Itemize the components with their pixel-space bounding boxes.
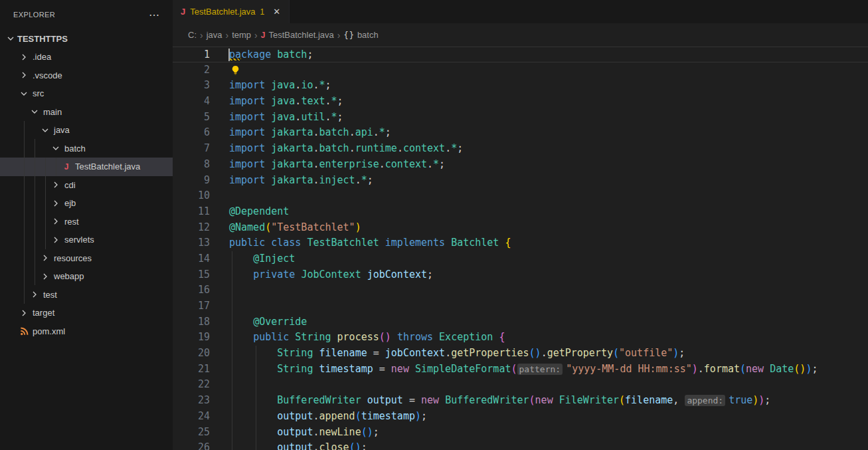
chevron-down-icon bbox=[29, 106, 40, 117]
line-number[interactable]: 19 bbox=[173, 330, 229, 346]
code-token: Batchlet bbox=[451, 237, 499, 249]
breadcrumb-item-testbatchlet-java[interactable]: JTestBatchlet.java bbox=[261, 30, 334, 40]
code-token: throws bbox=[397, 331, 433, 343]
line-number[interactable]: 4 bbox=[173, 94, 229, 110]
code-token: * bbox=[331, 95, 337, 107]
tree-folder--vscode[interactable]: .vscode bbox=[0, 66, 173, 85]
line-number[interactable]: 18 bbox=[173, 314, 229, 330]
tree-folder-main[interactable]: main bbox=[0, 103, 173, 122]
code-token: batch bbox=[277, 49, 307, 60]
breadcrumb-item-temp[interactable]: temp bbox=[232, 30, 251, 40]
code-line[interactable]: 1package batch; bbox=[173, 47, 868, 62]
code-line[interactable]: 11@Dependent bbox=[173, 204, 868, 220]
line-number[interactable]: 26 bbox=[173, 440, 229, 450]
code-line[interactable]: 3import java.io.*; bbox=[173, 78, 868, 94]
code-line[interactable]: 6import jakarta.batch.api.*; bbox=[173, 125, 868, 141]
tree-folder-servlets[interactable]: servlets bbox=[0, 231, 173, 249]
code-line[interactable]: 2 bbox=[173, 62, 868, 78]
line-number[interactable]: 1 bbox=[173, 47, 229, 62]
tree-folder-rest[interactable]: rest bbox=[0, 213, 173, 231]
tree-folder-target[interactable]: target bbox=[0, 304, 173, 322]
line-number[interactable]: 7 bbox=[173, 141, 229, 157]
tree-folder-test[interactable]: test bbox=[0, 286, 173, 304]
code-line[interactable]: 20 String filename = jobContext.getPrope… bbox=[173, 346, 868, 362]
line-content: @Inject bbox=[229, 251, 868, 267]
line-number[interactable]: 20 bbox=[173, 346, 229, 362]
line-number[interactable]: 23 bbox=[173, 393, 229, 409]
code-token bbox=[229, 441, 277, 450]
code-token: . bbox=[698, 363, 704, 375]
code-token: () bbox=[379, 331, 391, 343]
chevron-down-icon bbox=[50, 143, 61, 154]
code-line[interactable]: 9import jakarta.inject.*; bbox=[173, 173, 868, 189]
code-token: jobContext bbox=[385, 347, 445, 359]
code-line[interactable]: 19 public String process() throws Except… bbox=[173, 330, 868, 346]
xml-file-icon bbox=[19, 326, 29, 336]
code-line[interactable]: 23 BufferedWriter output = new BufferedW… bbox=[173, 393, 868, 409]
code-token: jobContext bbox=[367, 269, 427, 281]
code-line[interactable]: 25 output.newLine(); bbox=[173, 425, 868, 441]
code-line[interactable]: 15 private JobContext jobContext; bbox=[173, 267, 868, 283]
line-number[interactable]: 24 bbox=[173, 409, 229, 425]
code-line[interactable]: 18 @Override bbox=[173, 314, 868, 330]
code-line[interactable]: 12@Named("TestBatchlet") bbox=[173, 220, 868, 236]
tree-file-testbatchlet-java[interactable]: JTestBatchlet.java bbox=[0, 158, 173, 176]
code-token: close bbox=[319, 441, 349, 450]
code-line[interactable]: 5import java.util.*; bbox=[173, 110, 868, 126]
line-number[interactable]: 9 bbox=[173, 173, 229, 189]
code-line[interactable]: 24 output.append(timestamp); bbox=[173, 409, 868, 425]
tree-folder-ejb[interactable]: ejb bbox=[0, 194, 173, 213]
line-content: import jakarta.enterprise.context.*; bbox=[229, 157, 868, 173]
line-number[interactable]: 12 bbox=[173, 220, 229, 236]
tab-testbatchlet[interactable]: J TestBatchlet.java 1 ✕ bbox=[173, 0, 290, 23]
code-line[interactable]: 21 String timestamp = new SimpleDateForm… bbox=[173, 362, 868, 378]
tree-folder-cdi[interactable]: cdi bbox=[0, 176, 173, 195]
code-line[interactable]: 26 output.close(); bbox=[173, 440, 868, 450]
line-number[interactable]: 2 bbox=[173, 62, 229, 78]
line-number[interactable]: 22 bbox=[173, 377, 229, 393]
line-number[interactable]: 16 bbox=[173, 282, 229, 298]
line-number[interactable]: 5 bbox=[173, 110, 229, 126]
breadcrumb-item-batch[interactable]: {}batch bbox=[343, 30, 378, 40]
tree-folder-batch[interactable]: batch bbox=[0, 140, 173, 158]
tree-file-pom-xml[interactable]: pom.xml bbox=[0, 322, 173, 341]
code-token: import bbox=[229, 111, 265, 123]
breadcrumb-item-java[interactable]: java bbox=[207, 30, 222, 40]
close-icon[interactable]: ✕ bbox=[271, 6, 282, 17]
code-line[interactable]: 13public class TestBatchlet implements B… bbox=[173, 235, 868, 251]
tree-folder--idea[interactable]: .idea bbox=[0, 48, 173, 66]
tree-folder-webapp[interactable]: webapp bbox=[0, 267, 173, 286]
line-number[interactable]: 25 bbox=[173, 425, 229, 441]
line-number[interactable]: 3 bbox=[173, 78, 229, 94]
line-content: output.append(timestamp); bbox=[229, 409, 868, 425]
indent-guide bbox=[256, 362, 256, 378]
tree-folder-src[interactable]: src bbox=[0, 84, 173, 103]
line-number[interactable]: 21 bbox=[173, 362, 229, 378]
breadcrumb-item-c-[interactable]: C: bbox=[188, 30, 197, 40]
line-number[interactable]: 14 bbox=[173, 251, 229, 267]
tree-folder-java[interactable]: java bbox=[0, 121, 173, 140]
tree-item-label: ejb bbox=[64, 198, 76, 208]
line-number[interactable]: 10 bbox=[173, 188, 229, 204]
code-line[interactable]: 7import jakarta.batch.runtime.context.*; bbox=[173, 141, 868, 157]
workspace-root[interactable]: TESTHTTPS bbox=[0, 29, 173, 48]
code-line[interactable]: 14 @Inject bbox=[173, 251, 868, 267]
line-number[interactable]: 15 bbox=[173, 267, 229, 283]
code-token: () bbox=[349, 441, 361, 450]
line-content: import jakarta.batch.api.*; bbox=[229, 125, 868, 141]
tree-folder-resources[interactable]: resources bbox=[0, 249, 173, 268]
code-line[interactable]: 4import java.text.*; bbox=[173, 94, 868, 110]
code-line[interactable]: 10 bbox=[173, 188, 868, 204]
code-line[interactable]: 17 bbox=[173, 298, 868, 314]
line-number[interactable]: 13 bbox=[173, 235, 229, 251]
line-number[interactable]: 8 bbox=[173, 157, 229, 173]
line-number[interactable]: 11 bbox=[173, 204, 229, 220]
code-line[interactable]: 16 bbox=[173, 282, 868, 298]
line-content: import jakarta.inject.*; bbox=[229, 173, 868, 189]
line-number[interactable]: 17 bbox=[173, 298, 229, 314]
more-actions-icon[interactable]: ⋯ bbox=[145, 7, 165, 23]
code-area[interactable]: 1package batch;23import java.io.*;4impor… bbox=[173, 47, 868, 450]
line-number[interactable]: 6 bbox=[173, 125, 229, 141]
code-line[interactable]: 22 bbox=[173, 377, 868, 393]
code-line[interactable]: 8import jakarta.enterprise.context.*; bbox=[173, 157, 868, 173]
